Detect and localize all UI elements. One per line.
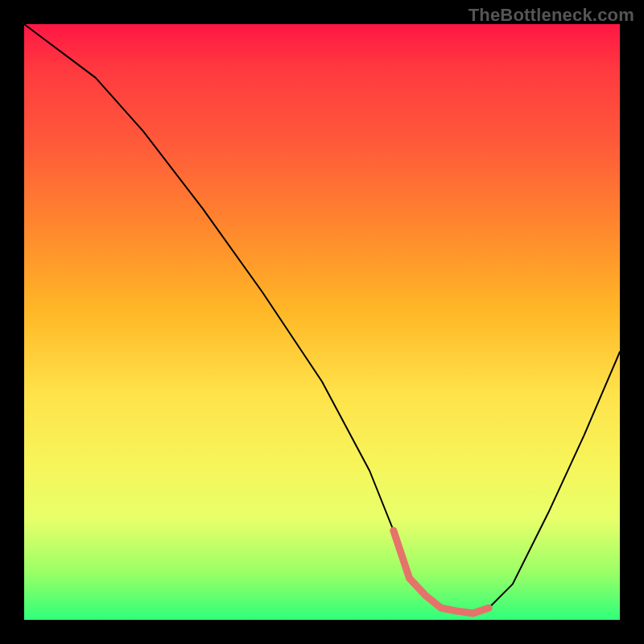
valley-marker (394, 530, 489, 613)
chart-frame: TheBottleneck.com (0, 0, 644, 644)
curve-svg (24, 24, 620, 620)
bottleneck-curve (24, 24, 620, 614)
watermark-label: TheBottleneck.com (469, 5, 634, 26)
plot-area (24, 24, 620, 620)
